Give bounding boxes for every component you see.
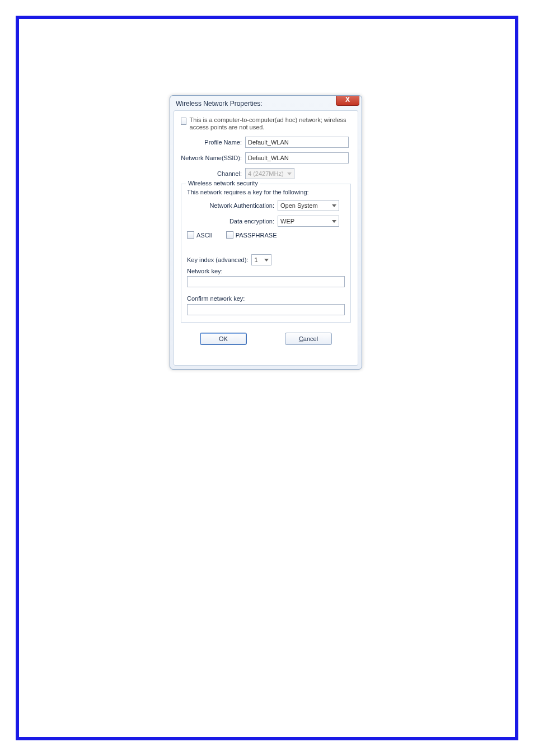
auth-label: Network Authentication: [187, 202, 278, 209]
chevron-down-icon [332, 220, 336, 223]
passphrase-item: PASSPHRASE [226, 231, 277, 239]
security-legend: Wireless network security [186, 180, 260, 186]
cancel-button[interactable]: Cancel [285, 333, 332, 345]
button-row: OK Cancel [181, 333, 351, 345]
key-index-select[interactable]: 1 [251, 254, 271, 265]
ok-label: OK [219, 335, 228, 342]
titlebar: Wireless Network Properties: X [170, 96, 362, 111]
requires-text: This network requires a key for the foll… [187, 189, 309, 195]
passphrase-checkbox[interactable] [226, 231, 233, 239]
cancel-rest: ancel [303, 335, 318, 342]
requires-row: This network requires a key for the foll… [187, 189, 345, 195]
adhoc-row: This is a computer-to-computer(ad hoc) n… [181, 116, 351, 131]
network-key-label: Network key: [187, 268, 345, 274]
profile-name-label: Profile Name: [181, 139, 245, 146]
key-index-row: Key index (advanced): 1 [187, 254, 345, 265]
network-key-input[interactable] [187, 276, 345, 287]
key-index-label: Key index (advanced): [187, 256, 248, 263]
encryption-value: WEP [280, 218, 294, 225]
cancel-accelerator: C [299, 335, 303, 342]
encryption-select[interactable]: WEP [278, 216, 339, 227]
close-button[interactable]: X [336, 96, 359, 106]
auth-row: Network Authentication: Open System [187, 200, 345, 211]
auth-select[interactable]: Open System [278, 200, 339, 211]
confirm-key-input[interactable] [187, 304, 345, 315]
encryption-label: Data encryption: [187, 218, 278, 225]
channel-value: 4 (2427MHz) [248, 170, 284, 177]
channel-label: Channel: [181, 170, 245, 177]
ok-button[interactable]: OK [200, 333, 247, 345]
confirm-key-label: Confirm network key: [187, 295, 345, 302]
dialog-title: Wireless Network Properties: [176, 100, 263, 108]
checkbox-row: ASCII PASSPHRASE [187, 231, 345, 239]
ascii-item: ASCII [187, 231, 213, 239]
channel-row: Channel: 4 (2427MHz) [181, 168, 351, 179]
ssid-label: Network Name(SSID): [181, 155, 245, 161]
chevron-down-icon [287, 172, 292, 175]
channel-select: 4 (2427MHz) [245, 168, 294, 179]
ascii-label: ASCII [196, 232, 213, 239]
profile-name-row: Profile Name: [181, 137, 351, 148]
key-index-value: 1 [254, 256, 257, 263]
key-section: Key index (advanced): 1 Network key: Con… [187, 254, 345, 315]
dialog-body: This is a computer-to-computer(ad hoc) n… [174, 110, 358, 366]
ssid-input[interactable] [245, 152, 349, 164]
profile-name-input[interactable] [245, 137, 349, 148]
auth-value: Open System [280, 202, 318, 209]
chevron-down-icon [264, 259, 269, 262]
wireless-properties-dialog: Wireless Network Properties: X This is a… [170, 95, 362, 370]
close-icon: X [345, 96, 350, 104]
security-fieldset: Wireless network security This network r… [181, 184, 351, 323]
chevron-down-icon [332, 204, 336, 207]
adhoc-label: This is a computer-to-computer(ad hoc) n… [190, 116, 351, 131]
ascii-checkbox[interactable] [187, 231, 194, 239]
ssid-row: Network Name(SSID): [181, 152, 351, 164]
encryption-row: Data encryption: WEP [187, 216, 345, 227]
passphrase-label: PASSPHRASE [236, 232, 277, 239]
adhoc-checkbox[interactable] [181, 118, 186, 125]
